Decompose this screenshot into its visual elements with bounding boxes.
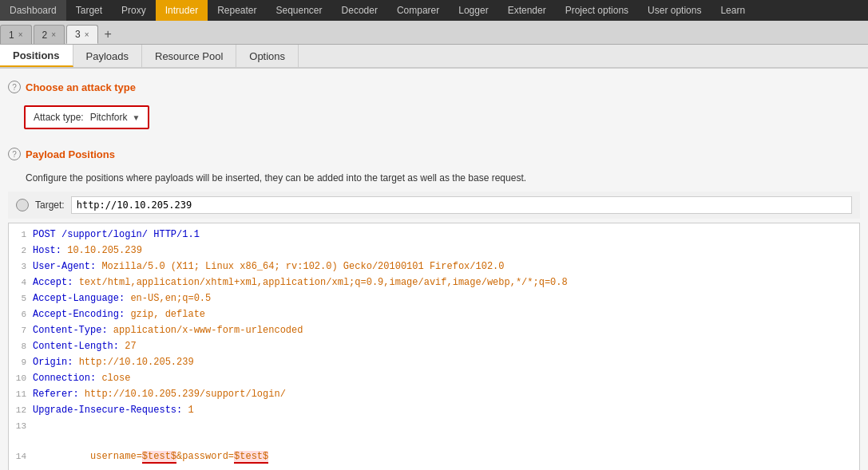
menu-comparer[interactable]: Comparer	[387, 0, 449, 21]
payload-positions-help-icon[interactable]: ?	[8, 148, 21, 160]
attack-type-dropdown-icon[interactable]: ▼	[132, 113, 140, 122]
line-content-5: Accept-Language: en-US,en;q=0.5	[33, 291, 859, 306]
param-test2-highlight: $test$	[234, 451, 268, 464]
menu-extender[interactable]: Extender	[498, 0, 556, 21]
line-number-6: 6	[9, 307, 33, 322]
attack-type-box: Attack type: Pitchfork ▼	[24, 105, 149, 129]
menu-target[interactable]: Target	[66, 0, 112, 21]
target-url-input[interactable]	[71, 196, 852, 214]
menu-project-options[interactable]: Project options	[556, 0, 638, 21]
line-number-1: 1	[9, 227, 33, 242]
target-row: Target:	[8, 192, 860, 219]
request-line-4: 4 Accept: text/html,application/xhtml+xm…	[9, 274, 859, 290]
line-number-2: 2	[9, 243, 33, 258]
attack-type-help-icon[interactable]: ?	[8, 81, 21, 93]
sub-tab-payloads[interactable]: Payloads	[73, 45, 142, 67]
request-line-14: 14 username=$test$&password=$test$	[9, 434, 859, 470]
line-number-4: 4	[9, 275, 33, 290]
sub-tab-resource-pool[interactable]: Resource Pool	[142, 45, 236, 67]
line-number-13: 13	[9, 419, 33, 433]
menu-decoder[interactable]: Decoder	[332, 0, 387, 21]
tab-2-label: 2	[42, 30, 48, 41]
attack-type-value: Pitchfork	[90, 112, 128, 123]
top-menu-bar: Dashboard Target Proxy Intruder Repeater…	[0, 0, 868, 21]
line-content-7: Content-Type: application/x-www-form-url…	[33, 323, 859, 338]
request-line-8: 8 Content-Length: 27	[9, 338, 859, 354]
request-line-1: 1 POST /support/login/ HTTP/1.1	[9, 227, 859, 243]
line-content-6: Accept-Encoding: gzip, deflate	[33, 307, 859, 322]
menu-repeater[interactable]: Repeater	[208, 0, 266, 21]
tab-3-label: 3	[75, 29, 81, 40]
request-line-6: 6 Accept-Encoding: gzip, deflate	[9, 306, 859, 322]
line-content-9: Origin: http://10.10.205.239	[33, 355, 859, 369]
tab-3-close[interactable]: ×	[85, 30, 89, 39]
line-number-14: 14	[9, 449, 33, 464]
line-content-12: Upgrade-Insecure-Requests: 1	[33, 403, 859, 417]
line-number-3: 3	[9, 259, 33, 274]
tab-3[interactable]: 3 ×	[66, 25, 98, 44]
line-content-2: Host: 10.10.205.239	[33, 243, 859, 258]
attack-type-label: Attack type:	[34, 112, 84, 123]
target-circle-icon	[16, 199, 29, 211]
line-content-10: Connection: close	[33, 371, 859, 385]
payload-positions-description: Configure the positions where payloads w…	[0, 168, 868, 192]
payload-positions-section-header: ? Payload Positions	[0, 144, 868, 164]
request-line-11: 11 Referer: http://10.10.205.239/support…	[9, 386, 859, 402]
sub-tab-positions[interactable]: Positions	[0, 45, 73, 67]
tab-bar: 1 × 2 × 3 × +	[0, 21, 868, 45]
attack-type-title: Choose an attack type	[26, 81, 136, 93]
line-content-14: username=$test$&password=$test$	[33, 435, 859, 470]
menu-intruder[interactable]: Intruder	[156, 0, 208, 21]
tab-2-close[interactable]: ×	[51, 30, 56, 39]
line-number-7: 7	[9, 323, 33, 338]
line-content-1: POST /support/login/ HTTP/1.1	[33, 227, 859, 242]
menu-sequencer[interactable]: Sequencer	[267, 0, 332, 21]
request-line-3: 3 User-Agent: Mozilla/5.0 (X11; Linux x8…	[9, 259, 859, 274]
menu-logger[interactable]: Logger	[449, 0, 497, 21]
line-content-3: User-Agent: Mozilla/5.0 (X11; Linux x86_…	[33, 259, 859, 274]
line-number-9: 9	[9, 355, 33, 369]
request-editor: 1 POST /support/login/ HTTP/1.1 2 Host: …	[8, 223, 860, 470]
request-line-10: 10 Connection: close	[9, 370, 859, 386]
request-line-9: 9 Origin: http://10.10.205.239	[9, 354, 859, 370]
attack-type-section-header: ? Choose an attack type	[0, 77, 868, 97]
request-line-12: 12 Upgrade-Insecure-Requests: 1	[9, 402, 859, 418]
line-number-5: 5	[9, 291, 33, 306]
sub-tab-bar: Positions Payloads Resource Pool Options	[0, 45, 868, 69]
line-number-12: 12	[9, 403, 33, 417]
line-content-4: Accept: text/html,application/xhtml+xml,…	[33, 275, 859, 290]
payload-positions-title: Payload Positions	[26, 148, 115, 160]
tab-1-label: 1	[9, 30, 14, 41]
menu-proxy[interactable]: Proxy	[112, 0, 156, 21]
request-line-2: 2 Host: 10.10.205.239	[9, 243, 859, 259]
tab-1-close[interactable]: ×	[18, 30, 23, 39]
target-label: Target:	[35, 199, 65, 211]
tab-2[interactable]: 2 ×	[34, 25, 65, 44]
request-line-5: 5 Accept-Language: en-US,en;q=0.5	[9, 290, 859, 306]
request-line-7: 7 Content-Type: application/x-www-form-u…	[9, 322, 859, 338]
menu-user-options[interactable]: User options	[638, 0, 711, 21]
line-number-8: 8	[9, 339, 33, 353]
param-test1-highlight: $test$	[142, 451, 176, 464]
tab-1[interactable]: 1 ×	[0, 25, 32, 44]
line-content-11: Referer: http://10.10.205.239/support/lo…	[33, 387, 859, 401]
line-content-8: Content-Length: 27	[33, 339, 859, 353]
menu-learn[interactable]: Learn	[711, 0, 755, 21]
main-content: ? Choose an attack type Attack type: Pit…	[0, 69, 868, 470]
line-number-11: 11	[9, 387, 33, 401]
sub-tab-options[interactable]: Options	[236, 45, 299, 67]
menu-dashboard[interactable]: Dashboard	[0, 0, 66, 21]
request-line-13: 13	[9, 418, 859, 434]
line-number-10: 10	[9, 371, 33, 385]
tab-add-button[interactable]: +	[100, 25, 117, 44]
